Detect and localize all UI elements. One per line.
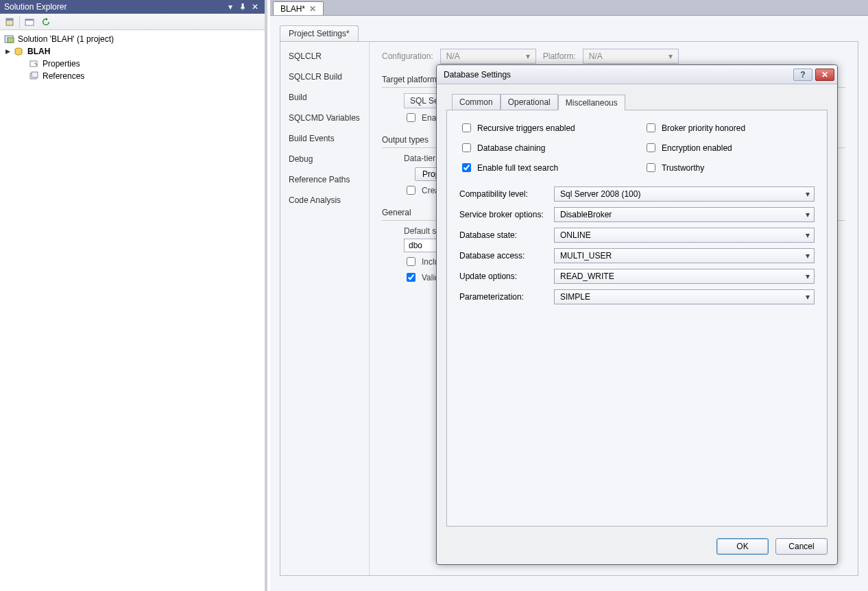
state-dropdown[interactable]: ONLINE▾ <box>554 228 815 243</box>
solution-explorer-title: Solution Explorer <box>4 0 67 14</box>
solution-icon <box>4 34 15 44</box>
access-dropdown[interactable]: MULTI_USER▾ <box>554 248 815 263</box>
tab-operational[interactable]: Operational <box>501 94 558 110</box>
chevron-down-icon: ▾ <box>526 51 530 61</box>
compat-dropdown[interactable]: Sql Server 2008 (100)▾ <box>554 186 815 202</box>
configuration-value: N/A <box>446 51 460 61</box>
refresh-icon[interactable] <box>39 15 53 29</box>
create-checkbox[interactable] <box>407 186 415 195</box>
settings-nav: SQLCLR SQLCLR Build Build SQLCMD Variabl… <box>280 42 370 575</box>
database-chaining-row[interactable]: Database chaining <box>459 141 630 154</box>
project-label: BLAH <box>27 47 50 56</box>
validate-checkbox[interactable] <box>407 273 415 282</box>
database-chaining-label: Database chaining <box>477 143 545 153</box>
database-chaining-checkbox[interactable] <box>462 143 471 152</box>
tab-miscellaneous[interactable]: Miscellaneous <box>558 95 625 110</box>
database-project-icon <box>14 47 25 56</box>
solution-label: Solution 'BLAH' (1 project) <box>18 34 114 44</box>
help-button[interactable]: ? <box>793 69 812 81</box>
nav-build[interactable]: Build <box>280 87 369 108</box>
svg-rect-3 <box>25 19 34 21</box>
chevron-down-icon: ▾ <box>806 189 810 199</box>
compat-value: Sql Server 2008 (100) <box>560 189 640 199</box>
param-dropdown[interactable]: SIMPLE▾ <box>554 289 815 304</box>
home-icon[interactable] <box>3 15 16 29</box>
nav-sqlclr[interactable]: SQLCLR <box>280 46 369 67</box>
chevron-down-icon: ▾ <box>806 292 810 302</box>
references-node[interactable]: References <box>4 70 261 82</box>
solution-explorer-toolbar <box>0 14 265 30</box>
wrench-icon <box>29 59 40 69</box>
recursive-triggers-checkbox[interactable] <box>462 123 471 132</box>
nav-code-analysis[interactable]: Code Analysis <box>280 190 369 210</box>
fulltext-checkbox[interactable] <box>462 163 471 172</box>
panel-close-icon[interactable]: ✕ <box>250 1 261 12</box>
platform-label: Platform: <box>543 51 576 61</box>
panel-dropdown-icon[interactable]: ▾ <box>225 1 236 12</box>
nav-sqlcmd-variables[interactable]: SQLCMD Variables <box>280 108 369 128</box>
recursive-triggers-row[interactable]: Recursive triggers enabled <box>459 121 630 134</box>
expander-icon[interactable] <box>4 48 11 55</box>
dialog-panel: Recursive triggers enabled Broker priori… <box>446 110 828 527</box>
nav-sqlclr-build[interactable]: SQLCLR Build <box>280 67 369 87</box>
param-value: SIMPLE <box>560 292 590 302</box>
svg-rect-5 <box>8 38 14 43</box>
cancel-button[interactable]: Cancel <box>775 538 828 555</box>
dialog-tabs: Common Operational Miscellaneous <box>452 94 828 110</box>
document-tab[interactable]: BLAH* ✕ <box>273 1 324 15</box>
broker-priority-row[interactable]: Broker priority honored <box>644 121 815 134</box>
chevron-down-icon: ▾ <box>806 230 810 240</box>
broker-priority-checkbox[interactable] <box>647 123 655 132</box>
references-icon <box>29 71 40 81</box>
compat-label: Compatibility level: <box>459 189 550 199</box>
nav-debug[interactable]: Debug <box>280 149 369 169</box>
chevron-down-icon: ▾ <box>806 251 810 261</box>
svg-rect-9 <box>32 72 38 77</box>
properties-label: Properties <box>43 59 80 69</box>
project-settings-tab[interactable]: Project Settings* <box>280 25 359 41</box>
tab-common[interactable]: Common <box>452 94 501 110</box>
trustworthy-checkbox[interactable] <box>647 163 655 172</box>
platform-dropdown[interactable]: N/A ▾ <box>583 49 679 64</box>
encryption-checkbox[interactable] <box>647 143 655 152</box>
configuration-label: Configuration: <box>382 51 433 61</box>
close-button[interactable]: ✕ <box>815 69 834 81</box>
trustworthy-row[interactable]: Trustworthy <box>644 161 815 174</box>
dialog-title: Database Settings <box>444 70 511 80</box>
solution-node[interactable]: Solution 'BLAH' (1 project) <box>4 33 261 45</box>
project-node[interactable]: BLAH <box>4 45 261 58</box>
trustworthy-label: Trustworthy <box>662 163 704 173</box>
svg-rect-1 <box>6 19 13 21</box>
references-label: References <box>43 71 84 81</box>
encryption-label: Encryption enabled <box>662 143 732 153</box>
chevron-down-icon: ▾ <box>806 210 810 219</box>
encryption-row[interactable]: Encryption enabled <box>644 141 815 154</box>
access-value: MULTI_USER <box>560 251 612 261</box>
project-settings-tab-label: Project Settings* <box>289 29 350 38</box>
nav-reference-paths[interactable]: Reference Paths <box>280 169 369 190</box>
panel-pin-icon[interactable] <box>237 1 248 12</box>
enable-checkbox[interactable] <box>407 113 415 122</box>
include-checkbox[interactable] <box>407 257 415 266</box>
platform-value: N/A <box>589 51 603 61</box>
solution-explorer-title-bar: Solution Explorer ▾ ✕ <box>0 0 265 14</box>
broker-value: DisableBroker <box>560 210 612 219</box>
broker-priority-label: Broker priority honored <box>662 123 745 133</box>
properties-icon[interactable] <box>23 15 36 29</box>
chevron-down-icon: ▾ <box>806 272 810 281</box>
ok-button[interactable]: OK <box>716 538 769 555</box>
close-icon[interactable]: ✕ <box>309 4 316 14</box>
solution-tree: Solution 'BLAH' (1 project) BLAH Propert… <box>0 30 265 85</box>
param-label: Parameterization: <box>459 292 550 302</box>
nav-build-events[interactable]: Build Events <box>280 128 369 149</box>
fulltext-row[interactable]: Enable full text search <box>459 161 630 174</box>
access-label: Database access: <box>459 251 550 261</box>
update-label: Update options: <box>459 272 550 281</box>
solution-explorer-panel: Solution Explorer ▾ ✕ Solution 'BLAH' (1… <box>0 0 267 591</box>
broker-dropdown[interactable]: DisableBroker▾ <box>554 207 815 222</box>
document-tab-strip: BLAH* ✕ <box>270 0 868 15</box>
properties-node[interactable]: Properties <box>4 58 261 70</box>
dialog-title-bar[interactable]: Database Settings ? ✕ <box>437 65 837 84</box>
configuration-dropdown[interactable]: N/A ▾ <box>440 49 536 64</box>
update-dropdown[interactable]: READ_WRITE▾ <box>554 269 815 284</box>
